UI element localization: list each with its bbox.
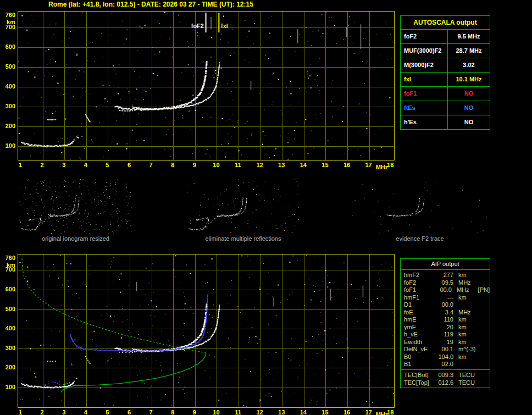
- y-axis-tick-700: 700: [0, 24, 15, 30]
- aip-param-unit: TECU: [453, 371, 479, 379]
- aip-param-label: DelN_vE: [401, 346, 436, 353]
- autoscala-param-value: 9.5 MHz: [447, 30, 490, 43]
- thumbnail-original-canvas: [19, 179, 132, 234]
- aip-row-foF2: foF209.5MHz: [401, 279, 490, 287]
- aip-param-value: 119: [436, 331, 453, 339]
- autoscala-row-MUF(3000)F2: MUF(3000)F228.7 MHz: [401, 44, 490, 58]
- x-axis-tick-13: 13: [276, 162, 287, 168]
- x-axis-tick-6: 6: [124, 409, 135, 415]
- station-header-title: Rome (lat: +41.8, lon: 012.5) - DATE: 20…: [48, 1, 253, 8]
- aip-param-value: 00.0: [436, 301, 453, 309]
- top-ionogram-plot: foF2 fxI: [18, 11, 395, 161]
- aip-param-value: ---: [436, 294, 453, 302]
- x-axis-tick-9: 9: [189, 409, 200, 415]
- x-axis-tick-15: 15: [319, 162, 330, 168]
- autoscala-table-rows: foF29.5 MHzMUF(3000)F228.7 MHzM(3000)F23…: [401, 30, 490, 129]
- autoscala-param-label: h'Es: [401, 115, 447, 129]
- foF2-annotation-label: foF2: [182, 23, 204, 29]
- thumbnail-reflections-canvas: [187, 179, 300, 234]
- aip-param-extra: [479, 353, 490, 361]
- aip-row-hmF1: hmF1---km: [401, 294, 490, 302]
- x-axis-tick-14: 14: [298, 162, 309, 168]
- aip-param-unit: km: [453, 331, 479, 339]
- aip-row-ymE: ymE20km: [401, 324, 490, 331]
- autoscala-param-label: fxI: [401, 73, 447, 86]
- aip-param-value: 20: [436, 324, 453, 331]
- x-axis-tick-8: 8: [167, 409, 178, 415]
- aip-param-value: 00.0: [435, 286, 452, 294]
- aip-param-value: 09.5: [436, 279, 453, 287]
- x-axis-tick-14: 14: [298, 409, 309, 415]
- autoscala-param-value: NO: [447, 87, 490, 101]
- autoscala-param-label: MUF(3000)F2: [401, 44, 447, 58]
- aip-table-title: AIP output: [401, 259, 490, 270]
- x-axis-tick-2: 2: [37, 409, 48, 415]
- aip-param-value: 00.1: [436, 346, 453, 353]
- aip-param-unit: [453, 361, 479, 368]
- x-axis-tick-2: 2: [37, 162, 48, 168]
- thumbnail-f2-canvas: [352, 179, 488, 234]
- autoscala-row-h'Es: h'EsNO: [401, 115, 490, 129]
- aip-param-label: foF2: [401, 279, 436, 287]
- aip-row-h_vE: h_vE119km: [401, 331, 490, 339]
- autoscala-param-label: foF1: [401, 87, 447, 101]
- x-axis-tick-10: 10: [210, 409, 221, 415]
- aip-param-value: 3.4: [436, 309, 453, 317]
- autoscala-table-title: AUTOSCALA output: [401, 16, 490, 30]
- autoscala-param-value: NO: [447, 115, 490, 129]
- aip-param-extra: [479, 324, 490, 331]
- autoscala-row-M(3000)F2: M(3000)F23.02: [401, 58, 490, 73]
- x-axis-unit-label: MHz: [373, 411, 391, 415]
- x-axis-tick-3: 3: [58, 162, 69, 168]
- x-axis-tick-13: 13: [276, 409, 287, 415]
- aip-param-label: Ewidth: [401, 339, 436, 346]
- y-axis-tick-100: 100: [0, 142, 15, 149]
- y-axis-tick-500: 500: [0, 63, 15, 70]
- aip-param-label: TEC[Top]: [401, 379, 436, 386]
- y-axis-tick-400: 400: [0, 325, 15, 331]
- aip-param-label: B1: [401, 361, 436, 368]
- fxI-annotation-label: fxI: [221, 23, 237, 29]
- autoscala-row-ftEs: ftEsNO: [401, 101, 490, 115]
- aip-param-extra: [479, 309, 490, 317]
- aip-row-D1: D100.0: [401, 301, 490, 309]
- aip-param-value: 012.6: [436, 379, 453, 386]
- autoscala-row-fxI: fxI10.1 MHz: [401, 73, 490, 87]
- aip-param-unit: km: [453, 324, 479, 331]
- aip-param-extra: [PN]: [477, 286, 490, 294]
- aip-tec-row-TEC[Top]: TEC[Top]012.6TECU: [401, 379, 490, 386]
- aip-param-unit: MHz: [453, 279, 479, 287]
- y-axis-tick-600: 600: [0, 43, 15, 50]
- aip-param-value: 277: [436, 272, 453, 279]
- thumbnail-caption-reflections: eliminate multiple reflections: [187, 235, 300, 242]
- aip-row-B0: B0104.0km: [401, 353, 490, 361]
- x-axis-tick-12: 12: [254, 409, 265, 415]
- y-axis-tick-760: 760: [0, 254, 15, 261]
- y-axis-tick-700: 700: [0, 266, 15, 273]
- aip-param-value: 110: [436, 316, 453, 324]
- aip-param-label: foF1: [401, 286, 435, 294]
- aip-param-unit: km: [453, 339, 479, 346]
- aip-row-hmE: hmE110km: [401, 316, 490, 324]
- x-axis-tick-6: 6: [124, 162, 135, 168]
- x-axis-tick-10: 10: [210, 162, 221, 168]
- x-axis-tick-11: 11: [232, 409, 243, 415]
- autoscala-param-value: 10.1 MHz: [447, 73, 490, 86]
- x-axis-tick-16: 16: [341, 162, 352, 168]
- x-axis-tick-15: 15: [319, 409, 330, 415]
- aip-param-label: TEC[Bot]: [401, 371, 436, 379]
- aip-row-B1: B102.0: [401, 361, 490, 368]
- aip-param-extra: [479, 361, 490, 368]
- bottom-ionogram-plot: [18, 254, 395, 408]
- aip-param-extra: [479, 339, 490, 346]
- autoscala-param-value: NO: [447, 101, 490, 115]
- autoscala-output-table: AUTOSCALA output foF29.5 MHzMUF(3000)F22…: [400, 15, 490, 130]
- x-axis-tick-11: 11: [232, 162, 243, 168]
- aip-table-tec-rows: TEC[Bot]009.3TECUTEC[Top]012.6TECU: [401, 369, 490, 388]
- bottom-ionogram-canvas: [18, 254, 394, 407]
- thumbnail-caption-original: original ionogram resized: [19, 235, 132, 242]
- aip-param-label: ymE: [401, 324, 436, 331]
- y-axis-tick-600: 600: [0, 286, 15, 292]
- autoscala-row-foF1: foF1NO: [401, 87, 490, 101]
- y-axis-tick-400: 400: [0, 83, 15, 90]
